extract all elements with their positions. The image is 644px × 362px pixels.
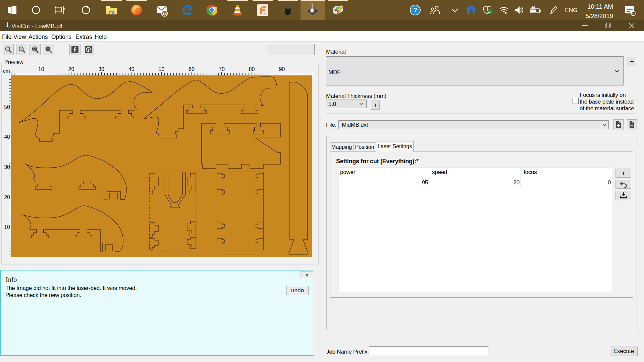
svg-text:?: ? <box>413 6 417 14</box>
svg-text:cm: cm <box>3 68 10 74</box>
svg-text:10: 10 <box>4 224 10 230</box>
svg-text:50: 50 <box>159 66 165 72</box>
svg-text:40: 40 <box>4 134 10 140</box>
svg-text:90: 90 <box>279 66 285 72</box>
svg-text:50: 50 <box>4 104 10 110</box>
svg-text:30: 30 <box>4 164 10 170</box>
svg-text:20: 20 <box>4 194 10 200</box>
svg-text:80: 80 <box>249 66 255 72</box>
svg-text:20: 20 <box>68 66 74 72</box>
svg-text:70: 70 <box>219 66 225 72</box>
svg-text:10: 10 <box>38 66 44 72</box>
svg-text:40: 40 <box>128 66 135 72</box>
svg-text:60: 60 <box>189 66 195 72</box>
svg-text:30: 30 <box>98 66 104 72</box>
